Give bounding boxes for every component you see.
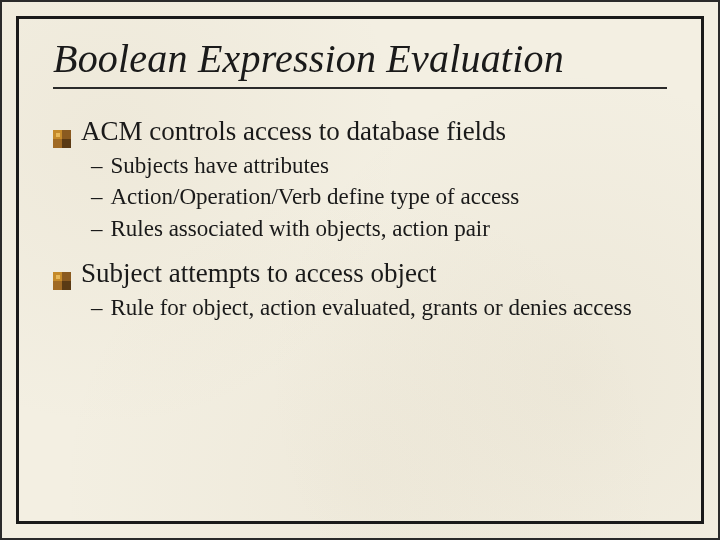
slide-frame: Boolean Expression Evaluation ACM contro… — [16, 16, 704, 524]
bullet-text: Subject attempts to access object — [81, 257, 667, 291]
sub-item: – Action/Operation/Verb define type of a… — [91, 182, 667, 211]
sub-item: – Rule for object, action evaluated, gra… — [91, 293, 667, 322]
sub-text: Rule for object, action evaluated, grant… — [111, 293, 668, 322]
svg-rect-2 — [62, 130, 71, 139]
svg-rect-8 — [62, 272, 71, 281]
sub-text: Action/Operation/Verb define type of acc… — [111, 182, 668, 211]
svg-rect-11 — [56, 275, 60, 279]
slide-title: Boolean Expression Evaluation — [53, 37, 667, 81]
square-bullet-icon — [53, 123, 71, 141]
slide: Boolean Expression Evaluation ACM contro… — [0, 0, 720, 540]
sub-item: – Rules associated with objects, action … — [91, 214, 667, 243]
sub-list: – Rule for object, action evaluated, gra… — [91, 293, 667, 322]
bullet-item: Subject attempts to access object — [53, 257, 667, 291]
dash-icon: – — [91, 182, 103, 211]
bullet-text: ACM controls access to database fields — [81, 115, 667, 149]
svg-rect-10 — [62, 281, 71, 290]
svg-rect-5 — [56, 133, 60, 137]
dash-icon: – — [91, 151, 103, 180]
dash-icon: – — [91, 293, 103, 322]
sub-text: Rules associated with objects, action pa… — [111, 214, 668, 243]
svg-rect-3 — [53, 139, 62, 148]
title-divider — [53, 87, 667, 89]
sub-item: – Subjects have attributes — [91, 151, 667, 180]
sub-text: Subjects have attributes — [111, 151, 668, 180]
bullet-item: ACM controls access to database fields — [53, 115, 667, 149]
sub-list: – Subjects have attributes – Action/Oper… — [91, 151, 667, 243]
dash-icon: – — [91, 214, 103, 243]
svg-rect-9 — [53, 281, 62, 290]
svg-rect-4 — [62, 139, 71, 148]
slide-content: ACM controls access to database fields –… — [53, 115, 667, 322]
square-bullet-icon — [53, 265, 71, 283]
